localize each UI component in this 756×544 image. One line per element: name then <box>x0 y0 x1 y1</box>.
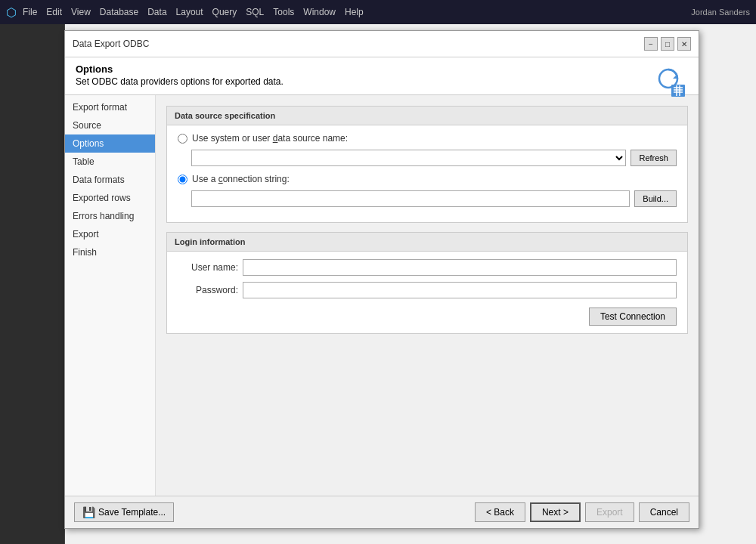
menu-tools[interactable]: Tools <box>273 7 294 17</box>
data-export-dialog: Data Export ODBC − □ ✕ Options Set ODBC … <box>64 30 699 529</box>
nav-item-export-format[interactable]: Export format <box>65 98 155 116</box>
dialog-controls: − □ ✕ <box>644 37 691 51</box>
connstr-input[interactable] <box>191 190 630 207</box>
dsn-input-row: Refresh <box>191 150 677 166</box>
password-label: Password: <box>178 285 238 295</box>
menu-data[interactable]: Data <box>147 7 166 17</box>
nav-item-errors-handling[interactable]: Errors handling <box>65 207 155 225</box>
login-section-title: Login information <box>167 233 687 252</box>
username-input[interactable] <box>243 259 677 276</box>
data-source-content: Use system or user data source name: Ref… <box>167 125 687 222</box>
data-source-section-title: Data source specification <box>167 107 687 125</box>
header-icon-area <box>652 63 688 102</box>
back-button[interactable]: < Back <box>475 502 525 522</box>
password-row: Password: <box>178 282 677 298</box>
connstr-input-row: Build... <box>191 190 677 207</box>
nav-item-source[interactable]: Source <box>65 116 155 134</box>
dsn-select[interactable] <box>191 150 626 166</box>
menu-query[interactable]: Query <box>212 7 237 17</box>
menu-database[interactable]: Database <box>100 7 138 17</box>
menu-window[interactable]: Window <box>303 7 336 17</box>
radio-connstr[interactable] <box>178 175 187 184</box>
login-section: Login information User name: Password: T… <box>166 232 688 334</box>
menu-layout[interactable]: Layout <box>176 7 203 17</box>
build-button[interactable]: Build... <box>634 190 677 207</box>
radio-connstr-label-underline: c <box>218 174 223 184</box>
data-source-section: Data source specification Use system or … <box>166 106 688 223</box>
dialog-body: Export format Source Options Table Data … <box>65 95 699 496</box>
nav-item-data-formats[interactable]: Data formats <box>65 171 155 189</box>
menu-view[interactable]: View <box>71 7 91 17</box>
nav-item-exported-rows[interactable]: Exported rows <box>65 189 155 207</box>
username-label: User name: <box>178 262 238 273</box>
bottom-left: 💾 Save Template... <box>74 502 174 522</box>
radio-dsn-label-underline: d <box>273 133 278 144</box>
dialog-close-button[interactable]: ✕ <box>677 37 691 51</box>
export-icon <box>652 63 688 100</box>
nav-item-options[interactable]: Options <box>65 134 155 153</box>
radio-dsn-label: Use system or user data source name: <box>192 133 348 144</box>
bottom-bar: 💾 Save Template... < Back Next > Export … <box>65 496 699 528</box>
app-titlebar: ⬡ File Edit View Database Data Layout Qu… <box>0 0 756 24</box>
export-button: Export <box>585 502 634 522</box>
nav-item-table[interactable]: Table <box>65 153 155 171</box>
menu-edit[interactable]: Edit <box>46 7 62 17</box>
radio-connstr-label: Use a connection string: <box>192 174 290 184</box>
app-menu: File Edit View Database Data Layout Quer… <box>23 7 364 17</box>
radio-row-connstr: Use a connection string: <box>178 174 677 184</box>
app-sidebar <box>0 24 65 544</box>
nav-item-finish[interactable]: Finish <box>65 243 155 261</box>
app-logo-icon: ⬡ <box>6 5 17 20</box>
refresh-button[interactable]: Refresh <box>631 150 677 166</box>
login-content: User name: Password: Test Connection <box>167 252 687 333</box>
save-icon: 💾 <box>82 506 95 518</box>
username-row: User name: <box>178 259 677 276</box>
password-input[interactable] <box>243 282 677 298</box>
cancel-button[interactable]: Cancel <box>639 502 689 522</box>
dialog-maximize-button[interactable]: □ <box>661 37 674 51</box>
content-scroll: Data source specification Use system or … <box>156 95 699 496</box>
bottom-right: < Back Next > Export Cancel <box>475 502 689 522</box>
save-template-label: Save Template... <box>98 507 166 518</box>
options-header-title: Options <box>76 63 688 75</box>
save-template-button[interactable]: 💾 Save Template... <box>74 502 174 522</box>
options-header-subtitle: Set ODBC data providers options for expo… <box>76 76 688 87</box>
nav-panel: Export format Source Options Table Data … <box>65 95 156 496</box>
menu-help[interactable]: Help <box>345 7 364 17</box>
dialog-minimize-button[interactable]: − <box>644 37 658 51</box>
menu-sql[interactable]: SQL <box>246 7 264 17</box>
menu-file[interactable]: File <box>23 7 37 17</box>
options-header: Options Set ODBC data providers options … <box>65 57 699 95</box>
app-title: Jordan Sanders <box>691 8 750 17</box>
nav-item-export[interactable]: Export <box>65 225 155 243</box>
dialog-titlebar: Data Export ODBC − □ ✕ <box>65 31 699 57</box>
svg-rect-2 <box>671 85 685 97</box>
test-connection-button[interactable]: Test Connection <box>589 308 677 326</box>
radio-row-dsn: Use system or user data source name: <box>178 133 677 144</box>
dialog-title: Data Export ODBC <box>73 39 149 49</box>
radio-dsn[interactable] <box>178 134 187 144</box>
next-button[interactable]: Next > <box>530 502 581 522</box>
content-area: Data source specification Use system or … <box>156 95 699 496</box>
test-conn-row: Test Connection <box>178 308 677 326</box>
